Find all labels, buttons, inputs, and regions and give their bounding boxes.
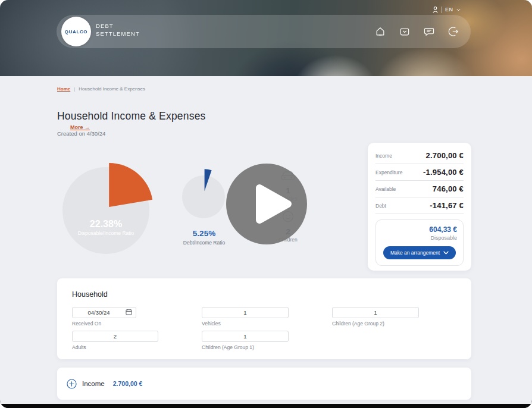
user-icon — [432, 6, 439, 13]
inbox-icon[interactable] — [398, 25, 411, 38]
calendar-icon[interactable] — [126, 309, 132, 315]
children-age1-label: Children (Age Group 1) — [202, 344, 289, 350]
received-on-label: Received On — [72, 321, 136, 327]
debt-ratio-value: 5.25% — [174, 229, 234, 238]
breadcrumb: Home | Household Income & Expenses — [57, 86, 145, 92]
page-title: Household Income & Expenses — [57, 110, 206, 123]
adults-label: Adults — [72, 344, 158, 350]
vehicles-field: Vehicles — [202, 306, 289, 327]
children-age2-field: Children (Age Group 2) — [332, 306, 419, 327]
chevron-down-icon — [456, 8, 461, 11]
adults-input[interactable] — [72, 331, 158, 342]
expand-plus-icon[interactable] — [67, 379, 77, 389]
video-bottom-bar — [0, 404, 532, 408]
income-section-card[interactable]: Income 2.700,00 € — [57, 368, 471, 400]
financial-summary-card: Income 2.700,00 € Expenditure -1.954,00 … — [368, 143, 471, 271]
disposable-income-pie-chart — [58, 156, 157, 263]
make-arrangement-button[interactable]: Make an arrangement — [383, 246, 456, 259]
debt-income-pie-chart — [179, 168, 230, 224]
children-age2-label: Children (Age Group 2) — [332, 321, 419, 327]
vehicles-field-label: Vehicles — [202, 321, 289, 327]
disposable-ratio-value: 22.38% — [67, 219, 145, 230]
children-age2-input[interactable] — [332, 307, 419, 318]
debt-ratio-label: Debt/Income Ratio — [174, 240, 234, 246]
video-play-button[interactable] — [226, 164, 307, 244]
nav-icons — [374, 15, 460, 48]
breadcrumb-separator: | — [74, 86, 75, 92]
household-title: Household — [72, 290, 108, 299]
disposable-amount: 604,33 € — [382, 225, 457, 234]
breadcrumb-home-link[interactable]: Home — [57, 86, 70, 92]
disposable-ratio-label: Disposable/Income Ratio — [70, 230, 142, 237]
income-section-amount: 2.700,00 € — [113, 380, 143, 387]
home-icon[interactable] — [374, 25, 387, 38]
vehicles-input[interactable] — [202, 307, 289, 318]
received-on-field: Received On — [72, 306, 136, 327]
play-icon — [226, 164, 307, 244]
logout-icon[interactable] — [447, 25, 460, 38]
adults-field: Adults — [72, 330, 158, 350]
summary-row-income: Income 2.700,00 € — [375, 147, 464, 164]
language-label[interactable]: EN — [445, 7, 453, 12]
chevron-down-icon — [443, 251, 449, 255]
qualco-logo[interactable]: QUALCO — [61, 17, 91, 46]
children-age1-field: Children (Age Group 1) — [202, 330, 289, 350]
hero-photo: EN QUALCO DEBT SETTLEMENT — [0, 0, 532, 76]
divider — [442, 7, 442, 13]
created-on-label: Created on 4/30/24 — [57, 130, 105, 137]
account-language-switcher[interactable]: EN — [432, 5, 461, 14]
summary-row-available: Available 746,00 € — [375, 181, 464, 197]
app-title: DEBT SETTLEMENT — [96, 22, 140, 37]
income-section-label: Income — [82, 380, 105, 387]
app-page: EN QUALCO DEBT SETTLEMENT — [0, 0, 532, 404]
summary-row-expenditure: Expenditure -1.954,00 € — [375, 164, 464, 181]
video-frame: EN QUALCO DEBT SETTLEMENT — [0, 0, 532, 408]
disposable-card: 604,33 € Disposable Make an arrangement — [375, 219, 464, 266]
breadcrumb-current: Household Income & Expenses — [79, 86, 145, 92]
summary-row-debt: Debt -141,67 € — [375, 197, 464, 214]
navbar: QUALCO DEBT SETTLEMENT — [57, 15, 471, 48]
children-age1-input[interactable] — [202, 331, 289, 342]
disposable-label: Disposable — [382, 235, 457, 241]
chat-icon[interactable] — [423, 25, 436, 38]
logo-text: QUALCO — [65, 29, 87, 34]
more-link[interactable]: More → — [70, 124, 90, 130]
household-card: Household Received On Vehicles Children … — [57, 278, 471, 359]
disposable-slice — [109, 163, 152, 207]
